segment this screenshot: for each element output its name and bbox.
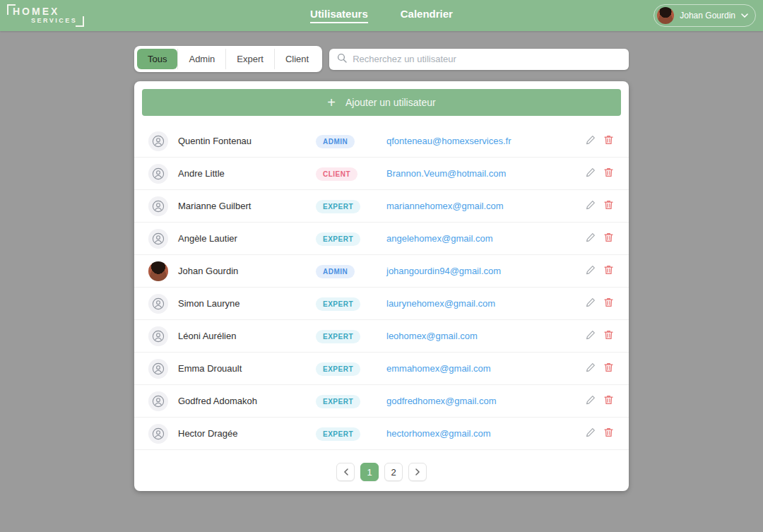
edit-user-button[interactable] [586,167,596,179]
trash-icon [604,265,613,277]
pencil-icon [586,297,596,309]
user-email-link[interactable]: mariannehomex@gmail.com [386,201,565,211]
user-name: Quentin Fontenau [178,136,307,146]
user-name: Andre Little [178,168,307,179]
table-row: Marianne Guilbert EXPERT mariannehomex@g… [134,190,629,223]
trash-icon [604,232,613,244]
user-email-link[interactable]: leohomex@gmail.com [386,331,565,341]
nav-tab-calendrier[interactable]: Calendrier [401,8,453,23]
search-input[interactable] [353,54,621,64]
edit-user-button[interactable] [586,427,596,439]
row-actions [574,232,613,244]
role-filter-group: Tous Admin Expert Client [134,46,322,72]
trash-icon [604,427,613,439]
pagination-prev-button[interactable] [336,463,355,481]
edit-user-button[interactable] [586,135,596,147]
delete-user-button[interactable] [604,200,613,212]
role-badge-cell: CLIENT [316,167,378,181]
pencil-icon [586,330,596,342]
nav-tab-utilisateurs[interactable]: Utilisateurs [310,8,368,23]
trash-icon [604,135,613,147]
logo-line1: HOMEX [13,6,77,16]
table-row: Hector Dragée EXPERT hectorhomex@gmail.c… [134,418,629,450]
edit-user-button[interactable] [586,330,596,342]
user-placeholder-icon [152,200,165,213]
user-name: Léoni Aurélien [178,331,307,341]
role-badge: EXPERT [316,297,360,311]
edit-user-button[interactable] [586,232,596,244]
pagination-page-1[interactable]: 1 [360,463,379,481]
app-logo: HOMEX SERVICES [7,4,84,27]
role-badge: CLIENT [316,167,357,181]
filter-tab-expert[interactable]: Expert [225,49,274,69]
delete-user-button[interactable] [604,265,613,277]
pagination: 1 2 [134,463,629,481]
table-row: Simon Lauryne EXPERT laurynehomex@gmail.… [134,288,629,320]
pencil-icon [586,395,596,407]
edit-user-button[interactable] [586,395,596,407]
avatar [148,326,168,346]
delete-user-button[interactable] [604,427,613,439]
row-actions [574,200,613,212]
delete-user-button[interactable] [604,135,613,147]
edit-user-button[interactable] [586,297,596,309]
delete-user-button[interactable] [604,395,613,407]
role-badge-cell: EXPERT [316,297,378,311]
role-badge: ADMIN [316,135,355,148]
delete-user-button[interactable] [604,297,613,309]
filter-tab-client[interactable]: Client [274,49,319,69]
pencil-icon [586,362,596,374]
user-placeholder-icon [152,232,165,245]
add-user-button[interactable]: + Ajouter un utilisateur [142,89,621,116]
user-placeholder-icon [152,167,165,180]
chevron-right-icon [415,467,420,478]
edit-user-button[interactable] [586,362,596,374]
row-actions [574,297,613,309]
user-name: Simon Lauryne [178,298,307,309]
table-row: Angèle Lautier EXPERT angelehomex@gmail.… [134,223,629,255]
table-row: Godfred Adomakoh EXPERT godfredhomex@gma… [134,385,629,418]
role-badge-cell: ADMIN [316,134,378,148]
role-badge: EXPERT [316,427,360,441]
user-email-link[interactable]: godfredhomex@gmail.com [386,396,565,406]
user-placeholder-icon [152,135,165,148]
user-email-link[interactable]: emmahomex@gmail.com [386,363,565,374]
delete-user-button[interactable] [604,167,613,179]
user-menu[interactable]: Johan Gourdin [653,4,756,27]
edit-user-button[interactable] [586,200,596,212]
user-name: Emma Drouault [178,363,307,374]
user-email-link[interactable]: Brannon.Veum@hotmail.com [386,168,565,179]
table-row: Emma Drouault EXPERT emmahomex@gmail.com [134,353,629,385]
filter-tab-tous[interactable]: Tous [137,49,177,69]
avatar [148,261,168,281]
row-actions [574,427,613,439]
user-placeholder-icon [152,330,165,343]
pencil-icon [586,135,596,147]
row-actions [574,135,613,147]
pencil-icon [586,167,596,179]
delete-user-button[interactable] [604,362,613,374]
filter-tab-admin[interactable]: Admin [177,49,225,69]
pencil-icon [586,200,596,212]
delete-user-button[interactable] [604,232,613,244]
logo-line2: SERVICES [31,18,77,24]
trash-icon [604,297,613,309]
role-badge: EXPERT [316,395,360,408]
trash-icon [604,200,613,212]
user-email-link[interactable]: qfonteneau@homexservices.fr [386,136,565,146]
row-actions [574,265,613,277]
user-email-link[interactable]: angelehomex@gmail.com [386,233,565,244]
user-email-link[interactable]: johangourdin94@gmail.com [386,266,565,276]
user-email-link[interactable]: hectorhomex@gmail.com [386,428,565,439]
pencil-icon [586,427,596,439]
user-email-link[interactable]: laurynehomex@gmail.com [386,298,565,309]
role-badge-cell: EXPERT [316,362,378,376]
avatar [148,229,168,249]
pagination-page-2[interactable]: 2 [384,463,403,481]
edit-user-button[interactable] [586,265,596,277]
pagination-next-button[interactable] [408,463,427,481]
avatar [657,7,674,24]
pencil-icon [586,265,596,277]
delete-user-button[interactable] [604,330,613,342]
trash-icon [604,330,613,342]
